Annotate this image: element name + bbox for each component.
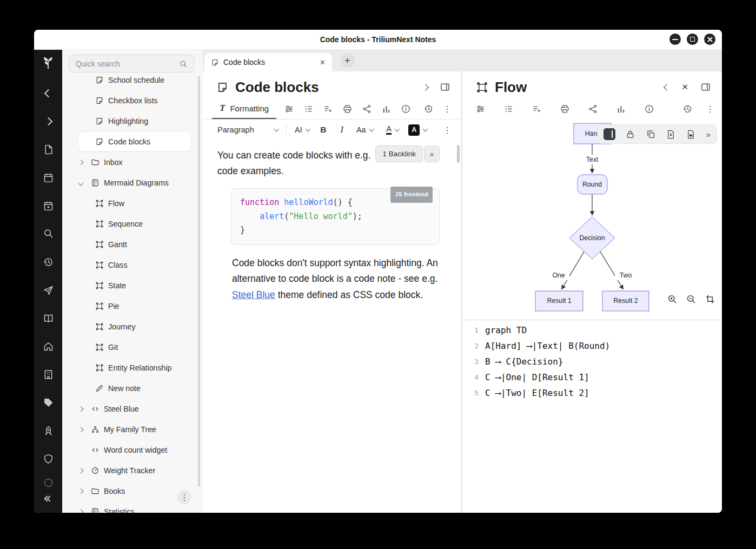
trilium-logo[interactable] [40,55,56,70]
close-button[interactable] [704,34,715,45]
new-tab-button[interactable]: + [340,53,355,68]
tree-item-steel-blue[interactable]: Steel Blue [62,399,203,419]
tree-item-school-schedule[interactable]: School schedule [62,70,203,90]
italic-button[interactable]: I [340,124,343,135]
bold-button[interactable]: B [320,125,326,135]
chevron-right-icon[interactable] [78,509,83,513]
note-editor[interactable]: You can create code blocks with e.g. cod… [203,140,461,303]
chevron-right-icon[interactable] [78,468,83,473]
tree-item-code-blocks[interactable]: Code blocks [62,131,203,152]
mermaid-source-editor[interactable]: 1graph TD 2A[Hard] ⟶|Text| B(Round) 3B ⟶… [462,320,722,401]
tree-scrollbar[interactable] [198,76,200,487]
info-icon[interactable] [401,104,411,114]
history-back-button[interactable] [40,85,56,101]
building-button[interactable] [40,367,56,382]
list-plus-icon[interactable] [532,104,542,114]
toggle-right-pane-icon[interactable] [440,82,450,92]
tab-formatting[interactable]: T Formatting [212,98,276,119]
list-plus-icon[interactable] [323,104,333,114]
export-svg-icon[interactable] [666,129,676,140]
tree-item-my-family-tree[interactable]: My Family Tree [62,419,203,440]
scrolled-launcher-item[interactable] [40,475,56,490]
content-scrollbar[interactable] [457,145,460,163]
zoom-out-icon[interactable] [686,294,697,305]
minimize-button[interactable] [669,34,681,45]
bar-chart-icon[interactable] [381,104,392,114]
copy-icon[interactable] [646,129,656,140]
settings-sliders-icon[interactable] [284,104,294,114]
tree-item-entity-relationship[interactable]: Entity Relationship [62,358,203,378]
close-pane-icon[interactable]: ✕ [681,82,688,92]
tree-item-word-count-widget[interactable]: Word count widget [62,440,203,460]
tree-item-pie[interactable]: Pie [62,296,203,316]
jump-to-note-button[interactable] [40,282,56,297]
rocket-button[interactable] [40,423,56,438]
share-nodes-icon[interactable] [588,104,598,114]
backlink-button[interactable]: 1 Backlink [375,145,423,162]
settings-sliders-icon[interactable] [475,104,486,114]
code-block[interactable]: JS frontendfunction helloWorld() { alert… [231,188,440,245]
chevron-right-icon[interactable] [78,488,83,493]
tree-item-inbox[interactable]: Inbox [62,152,203,173]
calendar-button[interactable] [40,170,56,185]
chevron-left-icon[interactable] [664,84,671,91]
history-clock-icon[interactable] [423,104,434,114]
chevron-right-icon[interactable] [78,160,83,164]
double-chevron-right-icon[interactable]: » [706,130,711,139]
note-title[interactable]: Flow [495,79,527,96]
tree-item-sequence[interactable]: Sequence [62,214,203,234]
tab-code-blocks[interactable]: Code blocks ✕ [204,53,332,71]
split-view-icon[interactable] [604,128,615,140]
kebab-icon[interactable]: ⋮ [443,125,452,135]
bookshelf-button[interactable] [40,310,56,326]
list-icon[interactable] [503,104,514,114]
share-nodes-icon[interactable] [362,104,372,114]
collapse-launcher-button[interactable] [40,491,56,506]
tree-item-highlighting[interactable]: Highlighting [62,111,203,131]
list-icon[interactable] [303,104,314,114]
tree-item-new-note[interactable]: New note [62,378,203,399]
tree-item-state[interactable]: State [62,275,203,296]
zoom-in-icon[interactable] [667,294,678,305]
chevron-down-icon[interactable] [78,180,83,185]
tree-item-class[interactable]: Class [62,255,203,275]
tree-item-git[interactable]: Git [62,337,203,358]
chevron-right-icon[interactable] [78,427,83,432]
note-title[interactable]: Code blocks [235,79,319,96]
new-note-button[interactable] [40,142,56,157]
backlink-expand-button[interactable]: » [424,145,440,162]
kebab-icon[interactable]: ⋮ [443,104,452,114]
tab-close-icon[interactable]: ✕ [320,58,326,67]
background-color-button[interactable]: A [408,124,427,136]
shield-button[interactable] [40,451,56,466]
tree-item-mermaid-diagrams[interactable]: Mermaid Diagrams [62,173,203,193]
recent-changes-button[interactable] [40,254,56,269]
lock-icon[interactable] [625,129,635,140]
chevron-right-icon[interactable] [78,406,83,411]
kebab-icon[interactable]: ⋮ [706,104,714,114]
info-icon[interactable] [644,104,654,114]
paragraph-style-select[interactable]: Paragraph [217,125,278,134]
bar-chart-icon[interactable] [616,104,626,114]
home-button[interactable] [40,339,56,354]
chevron-right-icon[interactable] [422,84,429,91]
history-clock-icon[interactable] [682,104,693,114]
tree-item-flow[interactable]: Flow [62,193,203,214]
export-png-icon[interactable] [686,129,696,140]
tree-item-gantt[interactable]: Gantt [62,234,203,255]
tag-button[interactable] [40,395,56,410]
tree-more-button[interactable]: ⋮ [177,490,191,504]
tree-item-weight-tracker[interactable]: Weight Tracker [62,460,203,481]
today-button[interactable] [40,198,56,213]
toggle-right-pane-icon[interactable] [700,82,711,92]
maximize-button[interactable] [687,34,698,45]
font-size-button[interactable]: Aa [356,125,373,134]
tree-item-checkbox-lists[interactable]: Checkbox lists [62,90,203,111]
ai-button[interactable]: AI [295,125,309,134]
tree-item-journey[interactable]: Journey [62,316,203,337]
crop-icon[interactable] [705,294,715,305]
font-color-button[interactable]: A [386,125,399,135]
printer-icon[interactable] [560,104,570,114]
history-forward-button[interactable] [40,114,56,129]
search-button[interactable] [40,226,56,241]
